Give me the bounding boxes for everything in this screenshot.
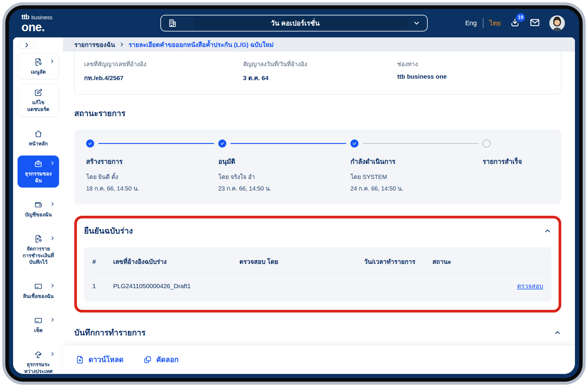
copy-label: คัดลอก <box>156 354 178 365</box>
step-datetime: 23 ก.ค. 66, 14:50 น. <box>218 184 350 193</box>
sidebar-item-home[interactable]: หน้าหลัก <box>18 126 59 151</box>
sidebar-item-my-accounts[interactable]: บัญชีของฉัน <box>18 196 59 222</box>
sidebar-item-my-loans[interactable]: สินเชื่อของฉัน <box>18 278 59 303</box>
field-label: ช่องทาง <box>397 59 551 69</box>
draft-section-title: ยืนยันฉบับร่าง <box>84 224 133 237</box>
downloads-button[interactable]: 19 <box>510 17 520 29</box>
messages-button[interactable] <box>529 17 540 29</box>
sidebar-item-label: จัดการราย การชำระเงินที่ บันทึกไว้ <box>23 246 54 266</box>
content-scroll-area[interactable]: เลขที่สัญญา/เลขที่อ้างอิง กท./eb.4/2567 … <box>63 52 575 345</box>
chevron-right-icon <box>119 42 124 47</box>
briefcase-icon <box>34 159 43 168</box>
company-selector[interactable]: วัน คอเปอร์เรชั่น <box>160 15 428 31</box>
credit-card-icon <box>34 316 43 325</box>
copy-icon <box>143 355 152 364</box>
draft-reference: PLG2411050000426_Draft1 <box>113 283 239 290</box>
column-header: วัน/เวลาทำรายการ <box>364 257 432 267</box>
copy-button[interactable]: คัดลอก <box>143 354 178 365</box>
mail-icon <box>529 17 540 28</box>
breadcrumb-current-page: รายละเอียดคำขอออกหนังสือค้ำประกัน (L/G) … <box>129 40 274 50</box>
log-section-title: บันทึกการทำรายการ <box>74 326 146 339</box>
chevron-right-icon <box>50 317 55 322</box>
user-avatar[interactable] <box>549 15 565 31</box>
download-button[interactable]: ดาวน์โหลด <box>75 354 124 365</box>
edit-icon <box>34 88 43 97</box>
sidebar-item-shortcut-menu[interactable]: เมนูลัด <box>18 53 59 79</box>
language-divider <box>483 18 483 28</box>
draft-table-row: 1 PLG2411050000426_Draft1 ตรวจสอบ <box>92 273 543 302</box>
info-field: ช่องทาง ttb business one <box>397 59 551 83</box>
home-icon <box>34 129 43 138</box>
step-by: โดย ยินดี ตั้ง <box>86 172 218 182</box>
step-title: อนุมัติ <box>218 156 350 167</box>
wallet-icon <box>34 200 43 209</box>
sidebar-item-label: แก้ไข แดชบอร์ด <box>27 99 50 113</box>
sidebar-expand-button[interactable] <box>18 42 35 49</box>
step-datetime: 24 ก.ค. 66, 14:50 น. <box>350 184 483 193</box>
sidebar-item-label: บัญชีของฉัน <box>25 212 52 218</box>
field-value: ttb business one <box>397 73 551 80</box>
status-timeline: สร้างรายการ โดย ยินดี ตั้ง 18 ก.ค. 66, 1… <box>74 130 561 204</box>
info-field: เลขที่สัญญา/เลขที่อ้างอิง กท./eb.4/2567 <box>84 59 243 83</box>
sidebar-item-cheque[interactable]: เช็ค <box>18 312 59 337</box>
file-download-icon <box>75 355 84 364</box>
sidebar-item-label: ธุรกรรมของ ฉัน <box>25 171 51 184</box>
field-label: สัญญาลงวันที่/วันที่อ้างอิง <box>243 59 397 69</box>
sidebar-item-label: เมนูลัด <box>31 69 46 76</box>
chevron-right-icon <box>50 283 55 288</box>
log-section-header: บันทึกการทำรายการ <box>74 326 561 339</box>
sidebar-item-manage-saved-payments[interactable]: จัดการราย การชำระเงินที่ บันทึกไว้ <box>18 231 59 269</box>
sidebar-item-edit-dashboard[interactable]: แก้ไข แดชบอร์ด <box>18 84 59 117</box>
verify-link[interactable]: ตรวจสอบ <box>517 281 543 291</box>
footer-action-bar: ดาวน์โหลด คัดลอก <box>63 345 575 374</box>
sidebar-item-international-transactions[interactable]: ธุรกรรมระ หว่างประเทศ <box>18 346 59 374</box>
logo-ttb-text: ttb <box>21 14 29 20</box>
step-by: โดย จริงใจ อำ <box>218 172 350 182</box>
sidebar-item-my-transactions[interactable]: ธุรกรรมของ ฉัน <box>18 156 59 188</box>
chevron-right-icon <box>50 236 55 241</box>
column-header: # <box>92 258 113 265</box>
breadcrumb-my-items[interactable]: รายการของฉัน <box>74 40 115 50</box>
home-transfer-icon <box>34 350 43 359</box>
step-title: กำลังดำเนินการ <box>350 156 483 167</box>
document-heart-icon <box>34 234 43 243</box>
logo-one-text: one. <box>21 21 52 33</box>
column-header: เลขที่อ้างอิงฉบับร่าง <box>113 257 239 267</box>
timeline-step-processing: กำลังดำเนินการ โดย SYSTEM 24 ก.ค. 66, 14… <box>350 139 483 193</box>
draft-confirmation-highlight: ยืนยันฉบับร่าง # เลขที่อ้างอิงฉบับร่าง ต… <box>74 216 561 313</box>
download-label: ดาวน์โหลด <box>88 354 124 365</box>
app-body: เมนูลัด แก้ไข แดชบอร์ด <box>13 37 575 374</box>
timeline-step-completed: รายการสำเร็จ <box>483 139 549 193</box>
building-icon <box>167 18 178 28</box>
step-datetime: 18 ก.ค. 66, 14:50 น. <box>86 184 218 193</box>
timeline-step-approved: อนุมัติ โดย จริงใจ อำ 23 ก.ค. 66, 14:50 … <box>218 139 350 193</box>
chevron-right-icon <box>50 351 55 356</box>
screenshot-stage: ttb business one. วัน คอเปอร์เรชั่น <box>0 0 588 387</box>
credit-card-icon <box>34 282 43 291</box>
sidebar-item-label: หน้าหลัก <box>29 141 48 147</box>
sidebar-item-label: เช็ค <box>34 327 43 334</box>
check-circle-icon <box>218 139 226 147</box>
company-selector-label: วัน คอเปอร์เรชั่น <box>178 18 413 28</box>
step-title: สร้างรายการ <box>86 156 218 167</box>
info-field: สัญญาลงวันที่/วันที่อ้างอิง 3 ต.ค. 64 <box>243 59 397 83</box>
chevron-right-icon <box>50 202 55 207</box>
language-switcher: Eng ไทย <box>465 18 501 28</box>
check-circle-icon <box>350 139 358 147</box>
status-section-title: สถานะรายการ <box>74 107 561 120</box>
timeline-step-created: สร้างรายการ โดย ยินดี ตั้ง 18 ก.ค. 66, 1… <box>86 139 218 193</box>
draft-table-header: # เลขที่อ้างอิงฉบับร่าง ตรวจสอบ โดย วัน/… <box>92 247 543 273</box>
app-window: ttb business one. วัน คอเปอร์เรชั่น <box>9 9 579 378</box>
sidebar-item-label: สินเชื่อของฉัน <box>23 293 54 300</box>
language-eng[interactable]: Eng <box>465 19 477 27</box>
chevron-up-icon[interactable] <box>554 329 561 337</box>
column-header: สถานะ <box>432 257 543 267</box>
chevron-down-icon <box>413 19 421 27</box>
language-thai[interactable]: ไทย <box>489 18 501 28</box>
chevron-up-icon[interactable] <box>544 227 551 235</box>
top-bar-right: Eng ไทย 19 <box>465 15 565 31</box>
column-header: ตรวจสอบ โดย <box>239 257 364 267</box>
field-label: เลขที่สัญญา/เลขที่อ้างอิง <box>84 59 243 69</box>
draft-table: # เลขที่อ้างอิงฉบับร่าง ตรวจสอบ โดย วัน/… <box>84 247 551 302</box>
document-heart-icon <box>34 58 43 66</box>
